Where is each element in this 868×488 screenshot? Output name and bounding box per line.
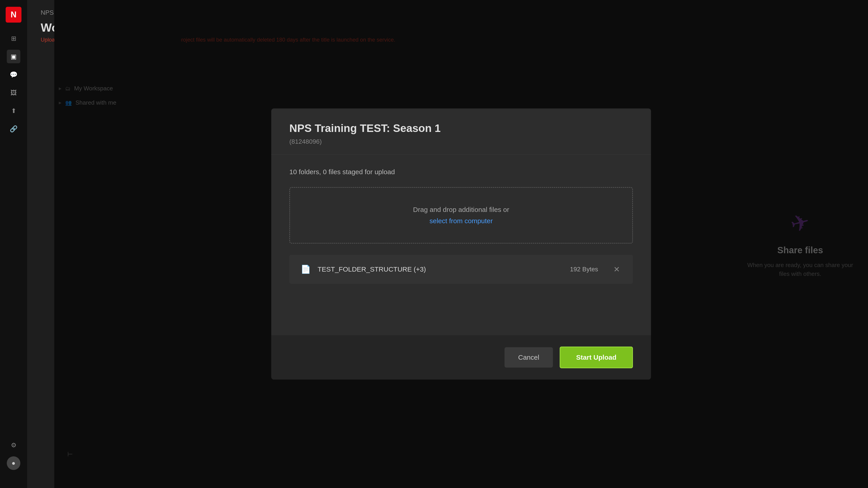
- sidebar: N ⊞ ▣ 💬 🖼 ⬆ 🔗 ⚙ ●: [0, 0, 27, 488]
- avatar-icon: ●: [12, 459, 16, 467]
- file-name: TEST_FOLDER_STRUCTURE (+3): [318, 265, 563, 273]
- file-size: 192 Bytes: [570, 266, 598, 273]
- modal-subtitle: (81248096): [289, 138, 633, 145]
- staged-info: 10 folders, 0 files staged for upload: [289, 168, 633, 176]
- file-item: 📄 TEST_FOLDER_STRUCTURE (+3) 192 Bytes ✕: [289, 255, 633, 284]
- gear-icon: ⚙: [11, 442, 17, 449]
- select-from-computer-link[interactable]: select from computer: [430, 217, 493, 225]
- cancel-button[interactable]: Cancel: [504, 347, 553, 367]
- upload-icon: ⬆: [11, 107, 16, 115]
- drop-zone[interactable]: Drag and drop additional files or select…: [289, 187, 633, 243]
- app-logo: N: [6, 7, 22, 23]
- home-icon: ⊞: [11, 35, 16, 42]
- chat-icon: 💬: [10, 71, 18, 78]
- sidebar-item-images[interactable]: 🖼: [7, 86, 20, 99]
- user-avatar[interactable]: ●: [7, 456, 20, 470]
- settings-button[interactable]: ⚙: [7, 438, 20, 452]
- sidebar-item-link[interactable]: 🔗: [7, 122, 20, 135]
- main-content: NPS Training TEST: Season 1 / Workspace …: [27, 0, 868, 488]
- file-remove-button[interactable]: ✕: [612, 264, 622, 275]
- modal-footer: Cancel Start Upload: [271, 335, 651, 380]
- workspace-icon: ▣: [11, 53, 17, 60]
- sidebar-item-home[interactable]: ⊞: [7, 32, 20, 45]
- file-document-icon: 📄: [301, 265, 311, 274]
- sidebar-item-chat[interactable]: 💬: [7, 68, 20, 81]
- sidebar-item-upload[interactable]: ⬆: [7, 104, 20, 118]
- upload-modal: NPS Training TEST: Season 1 (81248096) 1…: [271, 108, 651, 380]
- modal-header: NPS Training TEST: Season 1 (81248096): [271, 108, 651, 155]
- drop-zone-text: Drag and drop additional files or: [304, 206, 619, 214]
- modal-body: 10 folders, 0 files staged for upload Dr…: [271, 155, 651, 335]
- modal-overlay: NPS Training TEST: Season 1 (81248096) 1…: [54, 0, 868, 488]
- start-upload-button[interactable]: Start Upload: [560, 347, 633, 368]
- image-icon: 🖼: [10, 89, 17, 96]
- modal-title: NPS Training TEST: Season 1: [289, 122, 633, 134]
- sidebar-item-workspace[interactable]: ▣: [7, 50, 20, 63]
- link-icon: 🔗: [10, 125, 18, 133]
